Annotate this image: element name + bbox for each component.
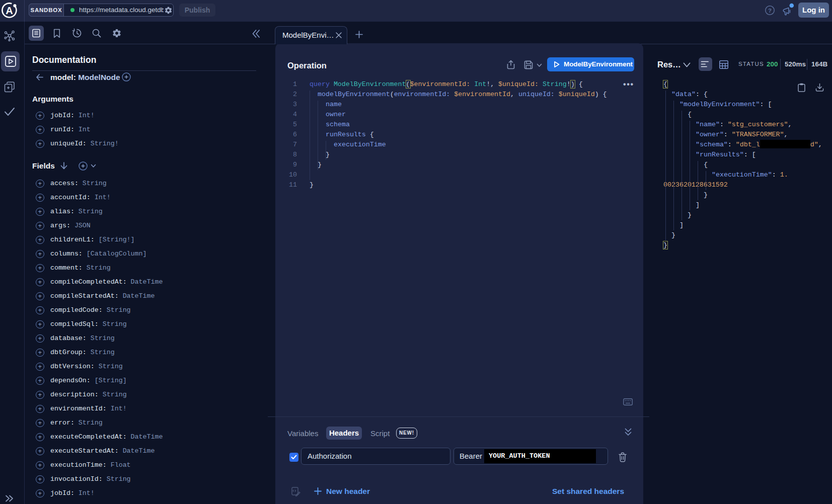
svg-text:?: ? bbox=[768, 8, 772, 14]
svg-text:A: A bbox=[6, 5, 13, 16]
